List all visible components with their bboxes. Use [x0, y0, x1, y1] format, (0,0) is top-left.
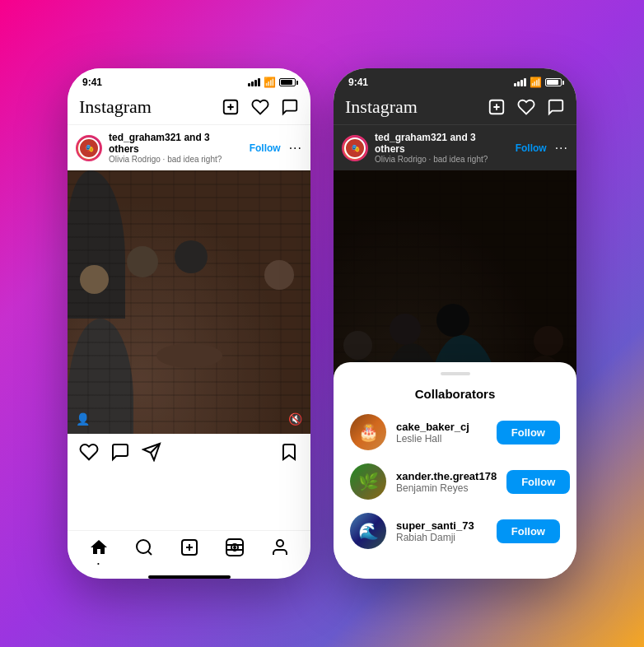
collab-name-3: Rabiah Damji	[396, 532, 487, 543]
more-options-button-right[interactable]: ···	[555, 141, 568, 156]
profile-nav-button[interactable]	[270, 538, 290, 562]
time-left: 9:41	[82, 77, 102, 88]
ig-header-right: Instagram	[334, 91, 576, 125]
sheet-handle	[441, 372, 470, 375]
collaborators-title: Collaborators	[350, 387, 560, 401]
user-tag-icon: 👤	[76, 412, 90, 426]
avatar-img-3: 🌊	[350, 513, 386, 549]
svg-point-5	[137, 540, 150, 553]
collab-follow-button-1[interactable]: Follow	[497, 421, 560, 445]
ig-header-left: Instagram	[68, 91, 310, 125]
battery-icon	[279, 78, 296, 86]
time-right: 9:41	[348, 77, 368, 88]
collab-avatar-1[interactable]: 🎂	[350, 414, 386, 450]
wifi-icon: 📶	[264, 77, 276, 88]
home-indicator-left	[148, 575, 231, 579]
status-bar-left: 9:41 📶	[68, 68, 310, 91]
avatar-right[interactable]: 🎭	[342, 135, 368, 161]
follow-button-right[interactable]: Follow	[516, 142, 547, 154]
add-post-button[interactable]	[222, 98, 240, 116]
svg-point-12	[234, 547, 236, 548]
svg-line-6	[147, 552, 151, 555]
collab-info-2: xander.the.great178 Benjamin Reyes	[396, 470, 497, 494]
bottom-nav-left	[68, 530, 310, 572]
status-icons-right: 📶	[514, 77, 562, 88]
comment-icon[interactable]	[110, 442, 130, 467]
post-username-left: ted_graham321 and 3 others	[109, 132, 243, 155]
collab-follow-button-3[interactable]: Follow	[497, 519, 560, 543]
post-header-left: 🎭 ted_graham321 and 3 others Olivia Rodr…	[68, 125, 310, 170]
post-username-right: ted_graham321 and 3 others	[375, 132, 509, 155]
collaborator-item-2: 🌿 xander.the.great178 Benjamin Reyes Fol…	[350, 463, 560, 500]
like-icon[interactable]	[79, 442, 99, 467]
status-icons-left: 📶	[248, 77, 296, 88]
actions-left-group	[79, 442, 161, 467]
header-icons-right	[488, 98, 565, 116]
avatar-img-2: 🌿	[350, 463, 386, 500]
signal-icon	[248, 78, 260, 86]
collab-avatar-3[interactable]: 🌊	[350, 513, 386, 549]
likes-button-right[interactable]	[517, 98, 535, 116]
post-header-right: 🎭 ted_graham321 and 3 others Olivia Rodr…	[334, 125, 576, 170]
search-nav-button[interactable]	[134, 538, 154, 562]
collab-username-3: super_santi_73	[396, 519, 487, 532]
collab-info-1: cake_baker_cj Leslie Hall	[396, 421, 487, 445]
image-scene-left: 👤 🔇	[68, 170, 310, 434]
collab-avatar-2[interactable]: 🌿	[350, 463, 386, 500]
messages-button-right[interactable]	[547, 98, 565, 116]
volume-icon[interactable]: 🔇	[288, 412, 302, 426]
post-user-info-right: ted_graham321 and 3 others Olivia Rodrig…	[375, 132, 509, 164]
add-post-button-right[interactable]	[488, 98, 506, 116]
post-user-info-left: ted_graham321 and 3 others Olivia Rodrig…	[109, 132, 243, 164]
avatar-left[interactable]: 🎭	[76, 135, 102, 161]
collaborators-sheet: Collaborators 🎂 cake_baker_cj Leslie Hal…	[334, 362, 576, 579]
bookmark-icon[interactable]	[279, 442, 299, 467]
collab-username-1: cake_baker_cj	[396, 421, 487, 433]
share-icon[interactable]	[142, 442, 161, 467]
battery-icon-right	[545, 78, 562, 86]
follow-button-left[interactable]: Follow	[250, 142, 281, 154]
avatar-image-left: 🎭	[78, 137, 100, 159]
collab-follow-button-2[interactable]: Follow	[506, 470, 570, 494]
instagram-logo-left: Instagram	[79, 96, 152, 118]
avatar-image-right: 🎭	[344, 137, 366, 159]
post-image-left: 👤 🔇	[68, 170, 310, 434]
avatar-img-1: 🎂	[350, 414, 386, 450]
phone-left: 9:41 📶 Instagram	[68, 68, 310, 579]
wifi-icon-right: 📶	[530, 77, 542, 88]
likes-button[interactable]	[251, 98, 269, 116]
header-icons-left	[222, 98, 299, 116]
collab-info-3: super_santi_73 Rabiah Damji	[396, 519, 487, 543]
status-bar-right: 9:41 📶	[334, 68, 576, 91]
svg-point-15	[277, 540, 283, 547]
more-options-button-left[interactable]: ···	[289, 141, 302, 156]
collab-name-2: Benjamin Reyes	[396, 482, 497, 494]
collab-username-2: xander.the.great178	[396, 470, 497, 482]
collaborator-item-3: 🌊 super_santi_73 Rabiah Damji Follow	[350, 513, 560, 549]
signal-icon-right	[514, 78, 526, 86]
create-nav-button[interactable]	[180, 538, 199, 562]
messages-button[interactable]	[281, 98, 299, 116]
post-song-left: Olivia Rodrigo · bad idea right?	[109, 155, 243, 164]
post-song-right: Olivia Rodrigo · bad idea right?	[375, 155, 509, 164]
reels-nav-button[interactable]	[225, 538, 245, 562]
collab-name-1: Leslie Hall	[396, 433, 487, 445]
home-nav-button[interactable]	[89, 538, 109, 562]
collaborator-item-1: 🎂 cake_baker_cj Leslie Hall Follow	[350, 414, 560, 450]
phone-right: 9:41 📶 Instagram	[334, 68, 576, 579]
post-actions-left	[68, 434, 310, 472]
instagram-logo-right: Instagram	[345, 96, 418, 118]
